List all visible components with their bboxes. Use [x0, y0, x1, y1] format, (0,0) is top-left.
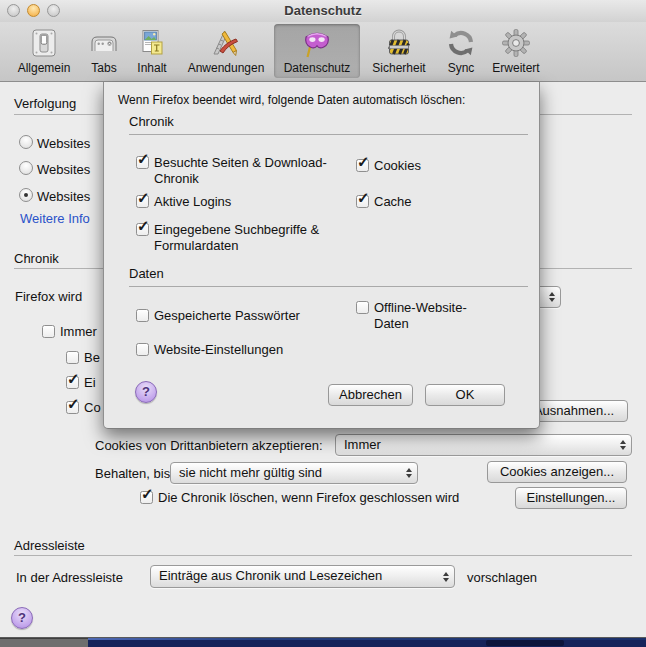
sheet-help-button[interactable]: ?	[135, 381, 157, 403]
toolbar-item-label: Inhalt	[137, 61, 166, 75]
content-page-icon	[136, 25, 168, 61]
checkbox-box	[356, 301, 369, 314]
checkbox-box: ✓	[136, 223, 149, 236]
toolbar-item-anwendungen[interactable]: Anwendungen	[178, 24, 274, 78]
firefox-wird-label: Firefox wird	[15, 289, 82, 304]
sheet-group-title-daten: Daten	[129, 266, 164, 281]
checkbox-box: ✓	[140, 491, 153, 504]
checkbox-chronik-loeschen[interactable]: ✓ Die Chronik löschen, wenn Firefox gesc…	[140, 490, 459, 506]
checkbox-label: Cookies	[374, 158, 421, 174]
checkbox-co[interactable]: ✓ Co	[66, 400, 101, 416]
dropdown-value: Immer	[344, 437, 381, 452]
checkbox-label: Offline-Website-Daten	[374, 300, 494, 332]
einstellungen-button[interactable]: Einstellungen...	[515, 487, 627, 509]
checkbox-passwoerter[interactable]: Gespeicherte Passwörter	[136, 308, 300, 324]
adressleiste-dropdown[interactable]: Einträge aus Chronik und Lesezeichen	[150, 565, 455, 588]
dropdown-value: Einträge aus Chronik und Lesezeichen	[159, 568, 382, 583]
security-lock-icon	[383, 25, 415, 61]
toolbar-item-datenschutz[interactable]: Datenschutz	[274, 24, 360, 78]
toolbar-item-erweitert[interactable]: Erweitert	[484, 24, 548, 78]
sheet-group-title-chronik: Chronik	[129, 114, 174, 129]
checkbox-label: Aktive Logins	[154, 194, 231, 210]
checkbox-ei[interactable]: ✓ Ei	[66, 375, 96, 391]
radio-label: Websites	[37, 189, 90, 204]
checkbox-besuchte-seiten[interactable]: ✓ Besuchte Seiten & Download-Chronik	[136, 155, 346, 187]
divider	[14, 555, 632, 556]
clear-data-sheet: Wenn Firefox beendet wird, folgende Date…	[103, 82, 540, 429]
adressleiste-label: In der Adressleiste	[16, 570, 123, 585]
window-title: Datenschutz	[0, 3, 646, 18]
checkbox-box: ✓	[66, 401, 79, 414]
toolbar-item-label: Allgemein	[18, 61, 71, 75]
title-bar: Datenschutz	[0, 0, 646, 23]
general-switch-icon	[28, 25, 60, 61]
checkbox-cache[interactable]: ✓ Cache	[356, 194, 412, 210]
background-window-edge	[0, 638, 88, 647]
dropdown-value: sie nicht mehr gültig sind	[179, 465, 322, 480]
preferences-toolbar: Allgemein Tabs	[0, 22, 646, 82]
toolbar-item-label: Erweitert	[492, 61, 539, 75]
checkbox-aktive-logins[interactable]: ✓ Aktive Logins	[136, 194, 231, 210]
checkbox-label: Immer	[60, 324, 97, 340]
toolbar-item-sicherheit[interactable]: Sicherheit	[360, 24, 438, 78]
divider	[129, 134, 528, 135]
checkbox-label: Eingegebene Suchbegriffe & Formulardaten	[154, 222, 346, 254]
privacy-mask-icon	[300, 25, 334, 61]
behalten-bis-label: Behalten, bis:	[95, 466, 174, 481]
toolbar-item-tabs[interactable]: Tabs	[82, 24, 126, 78]
cookies-drittanbieter-label: Cookies von Drittanbietern akzeptieren:	[95, 438, 323, 453]
checkbox-box: ✓	[356, 159, 369, 172]
weitere-info-link[interactable]: Weitere Info	[20, 211, 90, 226]
stepper-icon	[620, 440, 626, 450]
cookies-anzeigen-button[interactable]: Cookies anzeigen...	[487, 461, 627, 483]
toolbar-item-sync[interactable]: Sync	[438, 24, 484, 78]
radio-label: Websites	[37, 136, 90, 151]
section-title-verfolgung: Verfolgung	[14, 96, 76, 111]
radio-websites-1[interactable]	[19, 135, 33, 149]
checkbox-website-einstellungen[interactable]: Website-Einstellungen	[136, 342, 283, 358]
help-button[interactable]: ?	[11, 607, 33, 629]
checkbox-label: Co	[84, 400, 101, 416]
toolbar-item-inhalt[interactable]: Inhalt	[126, 24, 178, 78]
checkbox-label: Die Chronik löschen, wenn Firefox geschl…	[158, 490, 459, 506]
cancel-button[interactable]: Abbrechen	[328, 384, 413, 406]
checkbox-be[interactable]: Be	[66, 350, 100, 366]
radio-websites-2[interactable]	[19, 161, 33, 175]
sync-arrows-icon	[445, 25, 477, 61]
checkbox-suchbegriffe[interactable]: ✓ Eingegebene Suchbegriffe & Formulardat…	[136, 222, 346, 254]
checkbox-label: Ei	[84, 375, 96, 391]
vorschlagen-label: vorschlagen	[467, 570, 537, 585]
checkbox-box	[136, 309, 149, 322]
checkbox-label: Cache	[374, 194, 412, 210]
stepper-icon	[443, 572, 449, 582]
applications-tools-icon	[210, 25, 242, 61]
checkbox-box: ✓	[356, 195, 369, 208]
checkbox-offline-daten[interactable]: Offline-Website-Daten	[356, 300, 494, 332]
checkbox-immer[interactable]: Immer	[42, 324, 97, 340]
section-title-adressleiste: Adressleiste	[14, 538, 85, 553]
checkbox-label: Be	[84, 350, 100, 366]
checkbox-label: Gespeicherte Passwörter	[154, 308, 300, 324]
radio-websites-3[interactable]	[19, 188, 33, 202]
toolbar-item-label: Sicherheit	[372, 61, 425, 75]
toolbar-item-label: Sync	[448, 61, 475, 75]
toolbar-item-label: Tabs	[91, 61, 116, 75]
checkbox-cookies[interactable]: ✓ Cookies	[356, 158, 421, 174]
checkbox-label: Besuchte Seiten & Download-Chronik	[154, 155, 346, 187]
checkbox-box: ✓	[136, 156, 149, 169]
behalten-bis-dropdown[interactable]: sie nicht mehr gültig sind	[170, 462, 418, 484]
cookies-drittanbieter-dropdown[interactable]: Immer	[335, 434, 632, 456]
checkbox-box	[136, 343, 149, 356]
toolbar-item-label: Datenschutz	[284, 61, 351, 75]
radio-label: Websites	[37, 162, 90, 177]
stepper-icon	[406, 468, 412, 478]
toolbar-item-label: Anwendungen	[188, 61, 265, 75]
checkbox-label: Website-Einstellungen	[154, 342, 283, 358]
tabs-icon	[88, 25, 120, 61]
checkbox-box	[42, 325, 55, 338]
toolbar-item-allgemein[interactable]: Allgemein	[6, 24, 82, 78]
ok-button[interactable]: OK	[425, 384, 505, 406]
section-title-chronik: Chronik	[14, 251, 59, 266]
checkbox-box	[66, 351, 79, 364]
divider	[129, 286, 528, 287]
